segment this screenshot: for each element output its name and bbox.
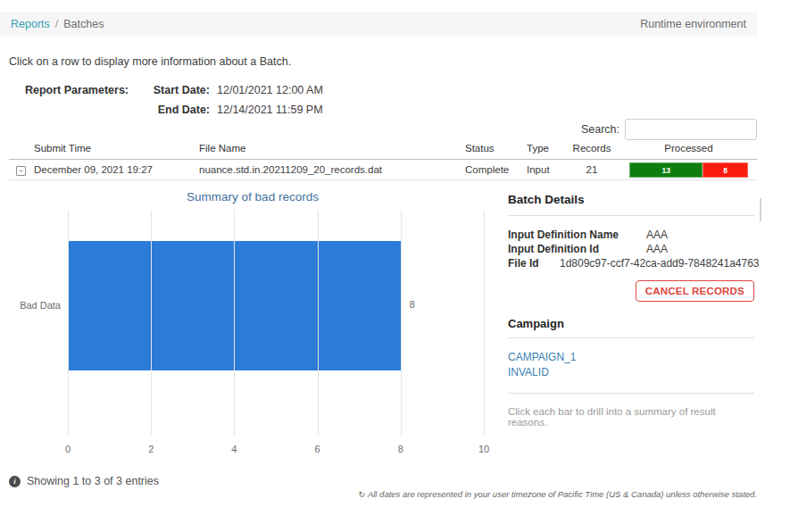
timezone-icon: ↻ bbox=[358, 490, 365, 499]
report-parameters: Report Parameters: Start Date: 12/01/202… bbox=[25, 84, 323, 123]
chart-bar-data-label: 8 bbox=[410, 299, 415, 310]
cell-submit-time: December 09, 2021 19:27 bbox=[34, 164, 153, 175]
cell-file-name: nuance.std.in.20211209_20_records.dat bbox=[199, 164, 382, 175]
campaign-link-2[interactable]: INVALID bbox=[508, 366, 754, 378]
field-file-id: File Id 1d809c97-ccf7-42ca-add9-7848241a… bbox=[508, 257, 754, 270]
batch-details-panel: Batch Details Input Definition Name AAA … bbox=[508, 193, 754, 428]
divider bbox=[508, 393, 754, 394]
search-area: Search: bbox=[581, 119, 757, 140]
chart-tick-label: 10 bbox=[470, 444, 497, 454]
col-header-submit-time[interactable]: Submit Time bbox=[34, 143, 91, 154]
batch-details-title: Batch Details bbox=[508, 193, 754, 206]
breadcrumb-current: Batches bbox=[63, 18, 104, 30]
table-header-row: Submit Time File Name Status Type Record… bbox=[9, 143, 757, 160]
timezone-note-text: All dates are represented in your user t… bbox=[368, 489, 757, 499]
timezone-note: ↻ All dates are represented in your user… bbox=[358, 489, 757, 499]
start-date-label: Start Date: bbox=[146, 84, 210, 96]
col-header-processed[interactable]: Processed bbox=[629, 143, 748, 154]
report-parameters-title: Report Parameters: bbox=[25, 84, 146, 96]
chart-category-label: Bad Data bbox=[9, 300, 61, 311]
campaign-link-1[interactable]: CAMPAIGN_1 bbox=[508, 351, 754, 363]
processed-failed-bar: 8 bbox=[703, 162, 748, 178]
chart-tick-label: 4 bbox=[220, 444, 247, 454]
bad-records-chart: Summary of bad records Bad Data 8 024681… bbox=[9, 187, 500, 455]
chart-tick-label: 6 bbox=[304, 444, 331, 454]
chart-plot-area: 8 0246810 bbox=[68, 210, 484, 426]
search-label: Search: bbox=[581, 123, 620, 136]
chart-drill-hint: Click each bar to drill into a summary o… bbox=[508, 406, 754, 428]
intro-text: Click on a row to display more informati… bbox=[9, 55, 291, 68]
table-row[interactable]: − December 09, 2021 19:27 nuance.std.in.… bbox=[9, 160, 757, 180]
chart-gridline bbox=[484, 210, 485, 435]
info-icon: i bbox=[9, 476, 21, 487]
chart-gridline bbox=[151, 210, 152, 435]
cell-records: 21 bbox=[570, 164, 614, 175]
chart-gridline bbox=[401, 210, 402, 435]
scrollbar-thumb[interactable] bbox=[760, 198, 761, 221]
breadcrumb-separator: / bbox=[55, 18, 58, 30]
entries-text: Showing 1 to 3 of 3 entries bbox=[27, 475, 159, 487]
field-input-definition-id: Input Definition Id AAA bbox=[508, 243, 754, 255]
field-value: 1d809c97-ccf7-42ca-add9-7848241a4763 bbox=[560, 257, 760, 270]
field-label: Input Definition Id bbox=[508, 243, 560, 255]
col-header-type[interactable]: Type bbox=[527, 143, 549, 154]
divider bbox=[508, 215, 754, 216]
cell-type: Input bbox=[527, 164, 550, 175]
col-header-records[interactable]: Records bbox=[570, 143, 614, 154]
chart-gridline bbox=[318, 210, 319, 435]
row-collapse-icon[interactable]: − bbox=[16, 166, 26, 176]
field-input-definition-name: Input Definition Name AAA bbox=[508, 229, 754, 241]
field-value: AAA bbox=[560, 229, 754, 241]
end-date-label: End Date: bbox=[146, 104, 210, 116]
batches-table: Submit Time File Name Status Type Record… bbox=[9, 143, 757, 180]
search-input[interactable] bbox=[625, 119, 757, 140]
start-date-value: 12/01/2021 12:00 AM bbox=[217, 84, 323, 96]
batches-report-page: Reports / Batches Runtime environment Cl… bbox=[0, 0, 790, 532]
field-label: File Id bbox=[508, 257, 560, 270]
col-header-status[interactable]: Status bbox=[465, 143, 495, 154]
end-date-value: 12/14/2021 11:59 PM bbox=[217, 104, 323, 116]
chart-gridline bbox=[68, 210, 69, 435]
campaign-title: Campaign bbox=[508, 317, 754, 330]
cancel-records-button[interactable]: CANCEL RECORDS bbox=[636, 280, 754, 302]
chart-tick-label: 0 bbox=[54, 444, 81, 454]
breadcrumb-reports-link[interactable]: Reports bbox=[11, 18, 50, 30]
processed-success-bar: 13 bbox=[629, 162, 703, 178]
entries-summary: i Showing 1 to 3 of 3 entries bbox=[9, 475, 159, 487]
field-value: AAA bbox=[560, 243, 754, 255]
field-label: Input Definition Name bbox=[508, 229, 560, 241]
processed-bars: 13 8 bbox=[629, 162, 748, 178]
cell-status: Complete bbox=[465, 164, 509, 175]
divider bbox=[508, 337, 754, 338]
runtime-environment-label: Runtime environment bbox=[640, 18, 746, 30]
chart-tick-label: 8 bbox=[387, 444, 414, 454]
chart-title: Summary of bad records bbox=[9, 190, 496, 204]
chart-tick-label: 2 bbox=[137, 444, 164, 454]
breadcrumb-bar: Reports / Batches Runtime environment bbox=[0, 12, 757, 37]
col-header-file-name[interactable]: File Name bbox=[199, 143, 245, 154]
chart-gridline bbox=[234, 210, 235, 435]
